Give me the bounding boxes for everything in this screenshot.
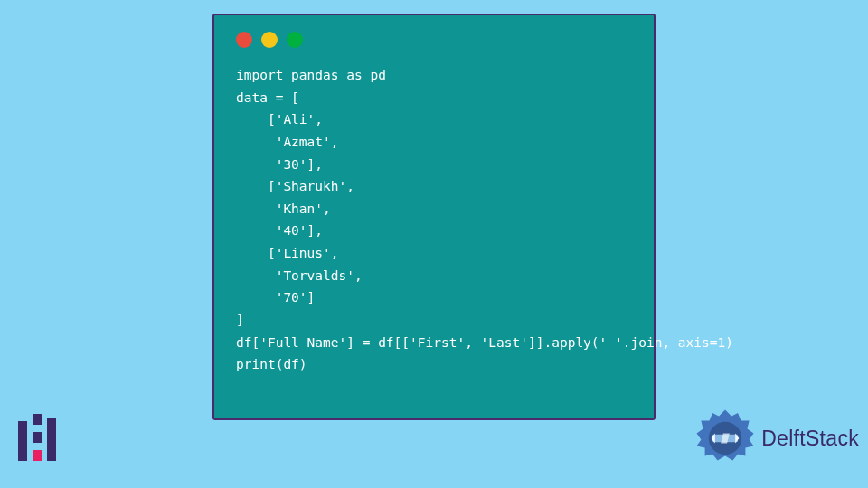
- brand-badge-icon: [693, 407, 757, 470]
- brand-name: DelftStack: [761, 427, 859, 451]
- maximize-icon: [287, 32, 303, 48]
- window-controls: [236, 32, 632, 48]
- minimize-icon: [261, 32, 278, 48]
- code-window: import pandas as pd data = [ ['Ali', 'Az…: [212, 14, 656, 420]
- code-block: import pandas as pd data = [ ['Ali', 'Az…: [236, 64, 632, 376]
- left-logo-icon: [18, 414, 63, 468]
- brand: DelftStack: [693, 407, 859, 470]
- close-icon: [236, 32, 252, 48]
